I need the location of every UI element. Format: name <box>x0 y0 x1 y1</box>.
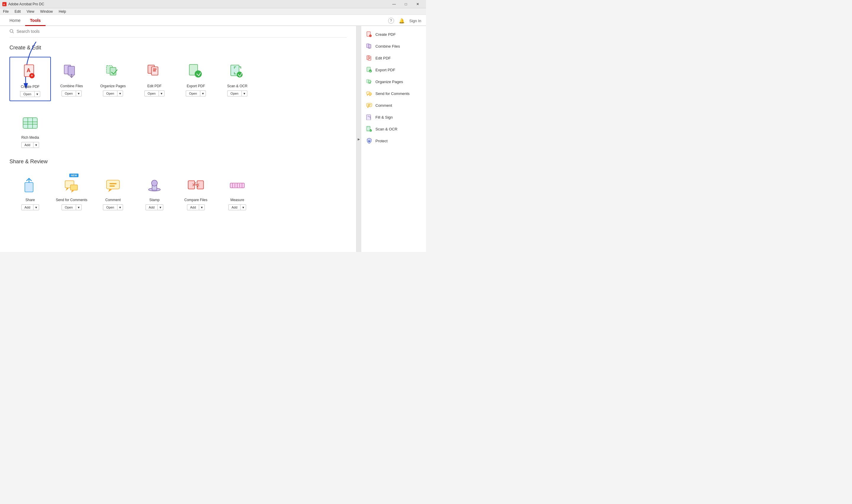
tool-combine-files[interactable]: Combine Files Open ▼ <box>51 57 92 101</box>
sidebar-item-organize-pages[interactable]: Organize Pages <box>361 76 426 88</box>
compare-files-dropdown-btn[interactable]: ▼ <box>199 204 205 210</box>
menu-edit[interactable]: Edit <box>13 9 22 14</box>
create-pdf-icon: A + <box>20 62 40 82</box>
combine-files-open-btn[interactable]: Open <box>61 90 76 96</box>
sidebar-protect-label: Protect <box>376 139 387 143</box>
stamp-add-btn[interactable]: Add <box>146 204 158 210</box>
svg-rect-13 <box>110 68 116 75</box>
scan-ocr-dropdown-btn[interactable]: ▼ <box>242 90 247 96</box>
share-review-section: Share & Review Share Add ▼ <box>10 159 347 214</box>
tool-rich-media[interactable]: Rich Media Add ▼ <box>10 108 51 151</box>
sidebar-send-for-comments-icon <box>366 90 373 97</box>
sidebar-item-export-pdf[interactable]: Export PDF <box>361 64 426 76</box>
tool-stamp[interactable]: Stamp Add ▼ <box>134 171 175 214</box>
sidebar-item-protect[interactable]: Protect <box>361 135 426 147</box>
svg-rect-60 <box>368 104 371 105</box>
rich-media-icon <box>20 113 40 133</box>
right-sidebar: + Create PDF Combine Files <box>361 26 426 252</box>
send-for-comments-open-btn[interactable]: Open <box>61 204 76 210</box>
create-pdf-dropdown-btn[interactable]: ▼ <box>35 91 40 97</box>
titlebar-controls[interactable]: — □ ✕ <box>388 0 424 8</box>
sidebar-protect-icon <box>366 138 373 144</box>
tool-export-pdf[interactable]: Export PDF Open ▼ <box>175 57 217 101</box>
tool-compare-files[interactable]: Compare Files Add ▼ <box>175 171 217 214</box>
titlebar-left: A Adobe Acrobat Pro DC <box>2 2 44 6</box>
organize-pages-open-btn[interactable]: Open <box>103 90 117 96</box>
share-dropdown-btn[interactable]: ▼ <box>33 204 39 210</box>
sidebar-fill-sign-label: Fill & Sign <box>376 115 393 120</box>
svg-text:+: + <box>31 73 33 78</box>
svg-point-35 <box>151 180 157 186</box>
titlebar: A Adobe Acrobat Pro DC — □ ✕ <box>0 0 426 8</box>
tool-share[interactable]: Share Add ▼ <box>10 171 51 214</box>
tool-create-pdf[interactable]: A + Create PDF Open ▼ <box>10 57 51 101</box>
export-pdf-dropdown-btn[interactable]: ▼ <box>200 90 206 96</box>
sidebar-item-fill-sign[interactable]: Fill & Sign <box>361 111 426 123</box>
tool-organize-pages[interactable]: Organize Pages Open ▼ <box>92 57 134 101</box>
sidebar-item-combine-files[interactable]: Combine Files <box>361 40 426 52</box>
tool-edit-pdf[interactable]: Edit PDF Open ▼ <box>134 57 175 101</box>
menu-window[interactable]: Window <box>39 9 54 14</box>
close-button[interactable]: ✕ <box>412 0 424 8</box>
sidebar-edit-pdf-label: Edit PDF <box>376 56 391 60</box>
comment-icon <box>103 175 123 196</box>
menu-help[interactable]: Help <box>58 9 68 14</box>
export-pdf-open-btn[interactable]: Open <box>186 90 200 96</box>
sidebar-item-edit-pdf[interactable]: Edit PDF <box>361 52 426 64</box>
combine-files-dropdown-btn[interactable]: ▼ <box>76 90 81 96</box>
share-name: Share <box>25 198 35 202</box>
comment-dropdown-btn[interactable]: ▼ <box>117 204 123 210</box>
stamp-dropdown-btn[interactable]: ▼ <box>158 204 163 210</box>
svg-rect-22 <box>23 118 37 128</box>
menu-file[interactable]: File <box>2 9 10 14</box>
export-pdf-icon <box>186 61 206 82</box>
svg-rect-51 <box>369 57 370 58</box>
comment-buttons: Open ▼ <box>103 204 123 210</box>
svg-rect-58 <box>369 93 371 95</box>
sidebar-organize-pages-label: Organize Pages <box>376 79 403 84</box>
menu-view[interactable]: View <box>25 9 36 14</box>
organize-pages-dropdown-btn[interactable]: ▼ <box>117 90 123 96</box>
help-button[interactable]: ? <box>388 18 394 24</box>
svg-rect-29 <box>70 185 77 190</box>
share-review-title: Share & Review <box>10 159 347 165</box>
scan-ocr-open-btn[interactable]: Open <box>227 90 242 96</box>
measure-add-btn[interactable]: Add <box>229 204 241 210</box>
minimize-button[interactable]: — <box>388 0 400 8</box>
create-edit-title: Create & Edit <box>10 45 347 51</box>
sign-in-button[interactable]: Sign In <box>410 19 421 23</box>
notifications-button[interactable]: 🔔 <box>399 18 405 24</box>
comment-open-btn[interactable]: Open <box>103 204 117 210</box>
compare-files-add-btn[interactable]: Add <box>187 204 199 210</box>
send-for-comments-dropdown-btn[interactable]: ▼ <box>76 204 81 210</box>
rich-media-buttons: Add ▼ <box>21 142 39 148</box>
rich-media-add-btn[interactable]: Add <box>21 142 34 148</box>
menubar: File Edit View Window Help <box>0 8 426 15</box>
sidebar-export-pdf-label: Export PDF <box>376 68 395 72</box>
measure-dropdown-btn[interactable]: ▼ <box>240 204 246 210</box>
share-add-btn[interactable]: Add <box>21 204 34 210</box>
edit-pdf-buttons: Open ▼ <box>144 90 164 96</box>
create-pdf-open-btn[interactable]: Open <box>20 91 35 97</box>
sidebar-toggle-button[interactable]: ▶ <box>356 26 361 252</box>
sidebar-item-create-pdf[interactable]: + Create PDF <box>361 29 426 40</box>
tool-comment[interactable]: Comment Open ▼ <box>92 171 134 214</box>
tab-home[interactable]: Home <box>5 16 25 26</box>
tool-scan-ocr[interactable]: Scan & OCR Open ▼ <box>217 57 258 101</box>
tool-measure[interactable]: Measure Add ▼ <box>217 171 258 214</box>
tool-send-for-comments[interactable]: NEW Send for Comments Open ▼ <box>51 171 92 214</box>
rich-media-dropdown-btn[interactable]: ▼ <box>33 142 39 148</box>
maximize-button[interactable]: □ <box>400 0 412 8</box>
tab-tools[interactable]: Tools <box>25 16 45 26</box>
sidebar-item-comment[interactable]: Comment <box>361 100 426 111</box>
rich-media-grid: Rich Media Add ▼ <box>10 108 347 151</box>
svg-rect-17 <box>153 70 156 71</box>
edit-pdf-open-btn[interactable]: Open <box>144 90 159 96</box>
sidebar-item-scan-ocr[interactable]: Scan & OCR <box>361 123 426 135</box>
new-badge: NEW <box>69 174 78 177</box>
edit-pdf-dropdown-btn[interactable]: ▼ <box>159 90 164 96</box>
svg-rect-48 <box>368 44 371 48</box>
search-input[interactable] <box>17 29 135 34</box>
measure-buttons: Add ▼ <box>229 204 246 210</box>
sidebar-item-send-for-comments[interactable]: Send for Comments <box>361 88 426 100</box>
